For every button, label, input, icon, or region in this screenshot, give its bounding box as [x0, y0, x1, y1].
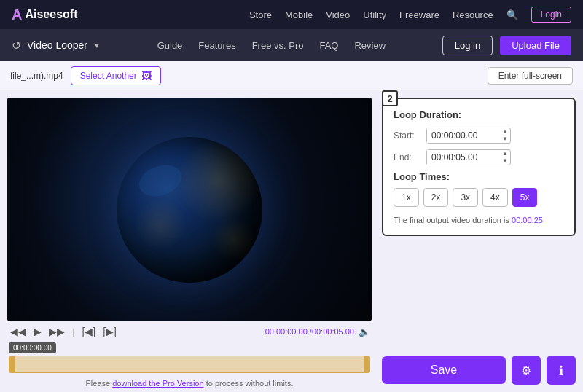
- end-spin-buttons: ▲ ▼: [500, 150, 510, 164]
- frame-prev-button[interactable]: [◀]: [80, 324, 97, 339]
- pro-note: Please download the Pro Version to proce…: [7, 379, 372, 388]
- right-panel: 2 Loop Duration: Start: ▲ ▼ End: ▲: [379, 90, 583, 392]
- duration-title: Loop Duration:: [394, 109, 564, 120]
- frame-next-button[interactable]: [▶]: [101, 324, 118, 339]
- second-login-button[interactable]: Log in: [442, 36, 493, 55]
- loop-2x-button[interactable]: 2x: [423, 188, 449, 207]
- settings-button[interactable]: ⚙: [512, 356, 541, 385]
- loop-times-title: Loop Times:: [394, 171, 564, 182]
- top-navigation: A Aiseesoft Store Mobile Video Utility F…: [0, 0, 583, 29]
- nav-mobile[interactable]: Mobile: [285, 9, 313, 20]
- nav-features[interactable]: Features: [198, 40, 235, 51]
- main-content: ◀◀ ▶ ▶▶ | [◀] [▶] 00:00:00.00 /00:00:05.…: [0, 90, 583, 392]
- tool-name: Video Looper: [27, 39, 87, 51]
- video-panel: ◀◀ ▶ ▶▶ | [◀] [▶] 00:00:00.00 /00:00:05.…: [0, 90, 379, 392]
- info-button[interactable]: ℹ: [547, 356, 576, 385]
- start-input-wrap: ▲ ▼: [426, 128, 511, 144]
- time-label: 00:00:00.00: [9, 342, 56, 353]
- output-text: The final output video duration is: [394, 216, 512, 224]
- pro-note-suffix: to process without limits.: [204, 379, 294, 388]
- output-duration: The final output video duration is 00:00…: [394, 216, 564, 224]
- start-time-input[interactable]: [427, 128, 500, 143]
- top-nav-links: Store Mobile Video Utility Freeware Reso…: [249, 7, 571, 23]
- start-spin-down[interactable]: ▼: [502, 136, 508, 143]
- file-name: file_...m).mp4: [10, 71, 63, 81]
- nav-faq[interactable]: FAQ: [319, 40, 338, 51]
- end-input-wrap: ▲ ▼: [426, 149, 511, 165]
- loop-settings-card: 2 Loop Duration: Start: ▲ ▼ End: ▲: [382, 98, 576, 236]
- end-spin-down[interactable]: ▼: [502, 157, 508, 165]
- fullscreen-button[interactable]: Enter full-screen: [488, 67, 573, 85]
- search-icon[interactable]: 🔍: [506, 9, 518, 20]
- output-duration-value: 00:00:25: [512, 216, 543, 224]
- rewind-button[interactable]: ◀◀: [9, 324, 28, 339]
- nav-guide[interactable]: Guide: [157, 40, 183, 51]
- nav-store[interactable]: Store: [249, 9, 272, 20]
- loop-1x-button[interactable]: 1x: [394, 188, 419, 207]
- select-another-label: Select Another: [80, 71, 137, 81]
- loop-times-section: Loop Times: 1x 2x 3x 4x 5x: [394, 171, 564, 207]
- logo-a-icon: A: [12, 7, 22, 23]
- upload-file-button[interactable]: Upload File: [500, 36, 571, 55]
- loop-4x-button[interactable]: 4x: [482, 188, 508, 207]
- nav-video[interactable]: Video: [326, 9, 350, 20]
- timeline-track[interactable]: [9, 356, 370, 373]
- tool-brand: ↺ Video Looper ▼: [12, 39, 101, 52]
- fast-forward-button[interactable]: ▶▶: [47, 324, 66, 339]
- end-time-input[interactable]: [427, 150, 500, 165]
- earth-visual: [7, 98, 372, 321]
- monitor-icon: 🖼: [141, 70, 152, 82]
- start-field-row: Start: ▲ ▼: [394, 128, 564, 144]
- dropdown-arrow-icon[interactable]: ▼: [93, 42, 101, 50]
- timeline-handle-left[interactable]: [9, 356, 15, 372]
- second-nav-links: Guide Features Free vs. Pro FAQ Review: [157, 40, 386, 51]
- play-button[interactable]: ▶: [32, 324, 43, 339]
- timeline-handle-right[interactable]: [364, 356, 369, 372]
- video-display: [7, 98, 372, 321]
- earth-lights: [117, 137, 262, 283]
- loop-3x-button[interactable]: 3x: [453, 188, 478, 207]
- nav-resource[interactable]: Resource: [453, 9, 493, 20]
- logo-text: Aiseesoft: [25, 8, 77, 21]
- toolbar-left: file_...m).mp4 Select Another 🖼: [10, 66, 161, 85]
- controls-divider: |: [72, 326, 74, 337]
- save-button[interactable]: Save: [382, 356, 506, 384]
- earth-sphere: [117, 137, 262, 283]
- start-spin-buttons: ▲ ▼: [500, 128, 510, 142]
- end-label: End:: [394, 152, 426, 162]
- second-navigation: ↺ Video Looper ▼ Guide Features Free vs.…: [0, 29, 583, 61]
- nav-free-vs-pro[interactable]: Free vs. Pro: [252, 40, 304, 51]
- video-controls: ◀◀ ▶ ▶▶ | [◀] [▶] 00:00:00.00 /00:00:05.…: [7, 321, 372, 342]
- timeline-area: 00:00:00.00: [7, 342, 372, 376]
- pro-version-link[interactable]: download the Pro Version: [112, 379, 203, 388]
- toolbar: file_...m).mp4 Select Another 🖼 Enter fu…: [0, 61, 583, 90]
- card-badge: 2: [382, 90, 398, 106]
- nav-review[interactable]: Review: [354, 40, 386, 51]
- loop-5x-button[interactable]: 5x: [512, 188, 538, 207]
- nav-utility[interactable]: Utility: [363, 9, 386, 20]
- select-another-button[interactable]: Select Another 🖼: [71, 66, 161, 85]
- loop-icon: ↺: [12, 39, 21, 52]
- logo: A Aiseesoft: [12, 7, 77, 23]
- loop-times-buttons: 1x 2x 3x 4x 5x: [394, 188, 564, 207]
- save-area: Save ⚙ ℹ: [382, 356, 576, 385]
- time-display: 00:00:00.00 /00:00:05.00: [265, 327, 354, 336]
- pro-note-text: Please: [86, 379, 113, 388]
- second-nav-actions: Log in Upload File: [442, 36, 571, 55]
- end-spin-up[interactable]: ▲: [502, 150, 508, 157]
- top-login-button[interactable]: Login: [531, 7, 571, 23]
- start-spin-up[interactable]: ▲: [502, 128, 508, 136]
- start-label: Start:: [394, 130, 426, 141]
- volume-icon[interactable]: 🔈: [359, 326, 370, 337]
- end-field-row: End: ▲ ▼: [394, 149, 564, 165]
- nav-freeware[interactable]: Freeware: [399, 9, 439, 20]
